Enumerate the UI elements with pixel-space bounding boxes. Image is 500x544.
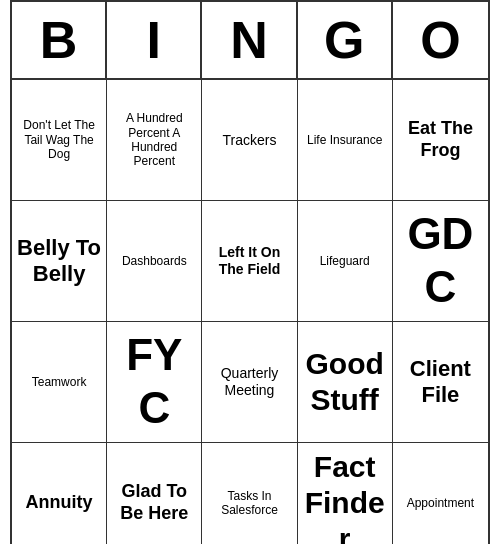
- bingo-cell-2: Trackers: [202, 80, 297, 201]
- bingo-cell-12: Quarterly Meeting: [202, 322, 297, 443]
- bingo-cell-5: Belly To Belly: [12, 201, 107, 322]
- bingo-cell-3: Life Insurance: [298, 80, 393, 201]
- bingo-cell-18: Fact Finder: [298, 443, 393, 544]
- bingo-cell-4: Eat The Frog: [393, 80, 488, 201]
- bingo-cell-11: FYC: [107, 322, 202, 443]
- bingo-cell-0: Don't Let The Tail Wag The Dog: [12, 80, 107, 201]
- bingo-letter-o: O: [393, 2, 488, 78]
- bingo-letter-n: N: [202, 2, 297, 78]
- bingo-cell-1: A Hundred Percent A Hundred Percent: [107, 80, 202, 201]
- bingo-cell-7: Left It On The Field: [202, 201, 297, 322]
- bingo-letter-b: B: [12, 2, 107, 78]
- bingo-cell-10: Teamwork: [12, 322, 107, 443]
- bingo-cell-8: Lifeguard: [298, 201, 393, 322]
- bingo-cell-19: Appointment: [393, 443, 488, 544]
- bingo-letter-i: I: [107, 2, 202, 78]
- bingo-cell-16: Glad To Be Here: [107, 443, 202, 544]
- bingo-cell-13: Good Stuff: [298, 322, 393, 443]
- bingo-grid: Don't Let The Tail Wag The DogA Hundred …: [12, 80, 488, 544]
- bingo-cell-15: Annuity: [12, 443, 107, 544]
- bingo-letter-g: G: [298, 2, 393, 78]
- bingo-card: BINGO Don't Let The Tail Wag The DogA Hu…: [10, 0, 490, 544]
- bingo-cell-17: Tasks In Salesforce: [202, 443, 297, 544]
- bingo-cell-9: GDC: [393, 201, 488, 322]
- bingo-cell-6: Dashboards: [107, 201, 202, 322]
- bingo-header: BINGO: [12, 2, 488, 80]
- bingo-cell-14: Client File: [393, 322, 488, 443]
